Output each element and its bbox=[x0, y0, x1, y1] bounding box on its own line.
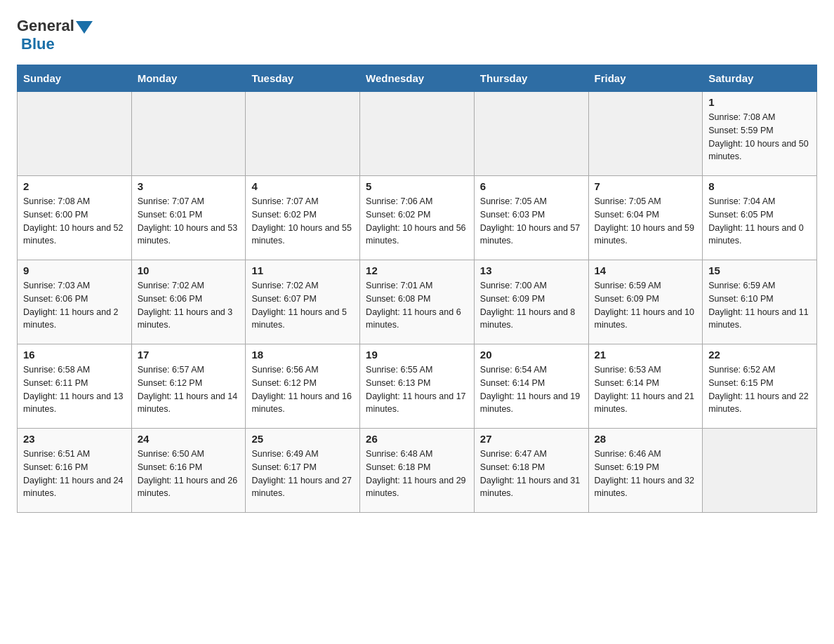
day-info: Sunrise: 7:05 AMSunset: 6:04 PMDaylight:… bbox=[595, 195, 697, 248]
calendar-header: SundayMondayTuesdayWednesdayThursdayFrid… bbox=[18, 65, 817, 92]
day-number: 19 bbox=[366, 349, 468, 361]
logo-blue-text: Blue bbox=[21, 35, 55, 53]
day-info: Sunrise: 7:08 AMSunset: 6:00 PMDaylight:… bbox=[23, 195, 126, 248]
calendar-cell: 28Sunrise: 6:46 AMSunset: 6:19 PMDayligh… bbox=[588, 429, 703, 513]
day-info: Sunrise: 6:55 AMSunset: 6:13 PMDaylight:… bbox=[366, 363, 468, 416]
day-info: Sunrise: 6:59 AMSunset: 6:09 PMDaylight:… bbox=[595, 279, 697, 332]
calendar-cell: 19Sunrise: 6:55 AMSunset: 6:13 PMDayligh… bbox=[360, 344, 475, 429]
day-number: 4 bbox=[251, 180, 354, 192]
calendar-week-row: 16Sunrise: 6:58 AMSunset: 6:11 PMDayligh… bbox=[18, 344, 817, 429]
day-number: 10 bbox=[138, 264, 240, 276]
day-number: 9 bbox=[23, 264, 126, 276]
weekday-header-thursday: Thursday bbox=[474, 65, 588, 92]
page-header: General Blue bbox=[17, 17, 817, 53]
calendar-cell: 7Sunrise: 7:05 AMSunset: 6:04 PMDaylight… bbox=[588, 176, 703, 260]
weekday-header-row: SundayMondayTuesdayWednesdayThursdayFrid… bbox=[18, 65, 817, 92]
day-info: Sunrise: 6:59 AMSunset: 6:10 PMDaylight:… bbox=[708, 279, 811, 332]
day-number: 11 bbox=[251, 264, 354, 276]
day-info: Sunrise: 7:02 AMSunset: 6:07 PMDaylight:… bbox=[251, 279, 354, 332]
day-number: 12 bbox=[366, 264, 468, 276]
day-number: 6 bbox=[480, 180, 583, 192]
calendar-cell bbox=[474, 92, 588, 176]
day-number: 18 bbox=[251, 349, 354, 361]
calendar-cell: 13Sunrise: 7:00 AMSunset: 6:09 PMDayligh… bbox=[474, 260, 588, 344]
calendar-cell: 17Sunrise: 6:57 AMSunset: 6:12 PMDayligh… bbox=[131, 344, 246, 429]
logo-general-text: General bbox=[17, 17, 74, 35]
day-info: Sunrise: 7:02 AMSunset: 6:06 PMDaylight:… bbox=[138, 279, 240, 332]
weekday-header-tuesday: Tuesday bbox=[246, 65, 360, 92]
day-number: 17 bbox=[138, 349, 240, 361]
calendar-cell: 24Sunrise: 6:50 AMSunset: 6:16 PMDayligh… bbox=[131, 429, 246, 513]
calendar-cell: 22Sunrise: 6:52 AMSunset: 6:15 PMDayligh… bbox=[703, 344, 817, 429]
calendar-cell bbox=[18, 92, 132, 176]
day-info: Sunrise: 6:53 AMSunset: 6:14 PMDaylight:… bbox=[595, 363, 697, 416]
day-info: Sunrise: 6:54 AMSunset: 6:14 PMDaylight:… bbox=[480, 363, 583, 416]
day-info: Sunrise: 7:03 AMSunset: 6:06 PMDaylight:… bbox=[23, 279, 126, 332]
day-info: Sunrise: 6:52 AMSunset: 6:15 PMDaylight:… bbox=[708, 363, 811, 416]
calendar-cell: 18Sunrise: 6:56 AMSunset: 6:12 PMDayligh… bbox=[246, 344, 360, 429]
day-info: Sunrise: 7:00 AMSunset: 6:09 PMDaylight:… bbox=[480, 279, 583, 332]
calendar-cell: 1Sunrise: 7:08 AMSunset: 5:59 PMDaylight… bbox=[703, 92, 817, 176]
calendar-cell: 27Sunrise: 6:47 AMSunset: 6:18 PMDayligh… bbox=[474, 429, 588, 513]
day-number: 22 bbox=[708, 349, 811, 361]
day-number: 3 bbox=[138, 180, 240, 192]
calendar-cell: 12Sunrise: 7:01 AMSunset: 6:08 PMDayligh… bbox=[360, 260, 475, 344]
day-info: Sunrise: 6:49 AMSunset: 6:17 PMDaylight:… bbox=[251, 448, 354, 500]
calendar-cell bbox=[246, 92, 360, 176]
calendar-cell: 3Sunrise: 7:07 AMSunset: 6:01 PMDaylight… bbox=[131, 176, 246, 260]
weekday-header-saturday: Saturday bbox=[703, 65, 817, 92]
day-number: 26 bbox=[366, 433, 468, 445]
day-number: 15 bbox=[708, 264, 811, 276]
calendar-cell: 25Sunrise: 6:49 AMSunset: 6:17 PMDayligh… bbox=[246, 429, 360, 513]
day-info: Sunrise: 6:56 AMSunset: 6:12 PMDaylight:… bbox=[251, 363, 354, 416]
calendar-cell: 16Sunrise: 6:58 AMSunset: 6:11 PMDayligh… bbox=[18, 344, 132, 429]
logo: General Blue bbox=[17, 17, 94, 53]
day-number: 2 bbox=[23, 180, 126, 192]
weekday-header-monday: Monday bbox=[131, 65, 246, 92]
day-number: 14 bbox=[595, 264, 697, 276]
weekday-header-wednesday: Wednesday bbox=[360, 65, 475, 92]
calendar-cell bbox=[703, 429, 817, 513]
day-number: 16 bbox=[23, 349, 126, 361]
day-info: Sunrise: 7:04 AMSunset: 6:05 PMDaylight:… bbox=[708, 195, 811, 248]
calendar-body: 1Sunrise: 7:08 AMSunset: 5:59 PMDaylight… bbox=[18, 92, 817, 513]
day-number: 5 bbox=[366, 180, 468, 192]
day-number: 27 bbox=[480, 433, 583, 445]
calendar-cell bbox=[588, 92, 703, 176]
calendar-cell: 14Sunrise: 6:59 AMSunset: 6:09 PMDayligh… bbox=[588, 260, 703, 344]
calendar-cell: 15Sunrise: 6:59 AMSunset: 6:10 PMDayligh… bbox=[703, 260, 817, 344]
day-number: 25 bbox=[251, 433, 354, 445]
day-info: Sunrise: 6:48 AMSunset: 6:18 PMDaylight:… bbox=[366, 448, 468, 500]
calendar-cell: 6Sunrise: 7:05 AMSunset: 6:03 PMDaylight… bbox=[474, 176, 588, 260]
calendar-week-row: 2Sunrise: 7:08 AMSunset: 6:00 PMDaylight… bbox=[18, 176, 817, 260]
day-info: Sunrise: 7:01 AMSunset: 6:08 PMDaylight:… bbox=[366, 279, 468, 332]
day-number: 24 bbox=[138, 433, 240, 445]
calendar-cell: 20Sunrise: 6:54 AMSunset: 6:14 PMDayligh… bbox=[474, 344, 588, 429]
day-info: Sunrise: 6:46 AMSunset: 6:19 PMDaylight:… bbox=[595, 448, 697, 500]
calendar-week-row: 9Sunrise: 7:03 AMSunset: 6:06 PMDaylight… bbox=[18, 260, 817, 344]
logo-triangle-icon bbox=[76, 21, 93, 34]
day-number: 7 bbox=[595, 180, 697, 192]
day-info: Sunrise: 6:58 AMSunset: 6:11 PMDaylight:… bbox=[23, 363, 126, 416]
calendar-cell: 9Sunrise: 7:03 AMSunset: 6:06 PMDaylight… bbox=[18, 260, 132, 344]
calendar-week-row: 23Sunrise: 6:51 AMSunset: 6:16 PMDayligh… bbox=[18, 429, 817, 513]
calendar-cell: 4Sunrise: 7:07 AMSunset: 6:02 PMDaylight… bbox=[246, 176, 360, 260]
calendar-cell bbox=[131, 92, 246, 176]
day-info: Sunrise: 7:07 AMSunset: 6:01 PMDaylight:… bbox=[138, 195, 240, 248]
day-info: Sunrise: 7:05 AMSunset: 6:03 PMDaylight:… bbox=[480, 195, 583, 248]
calendar-cell: 5Sunrise: 7:06 AMSunset: 6:02 PMDaylight… bbox=[360, 176, 475, 260]
weekday-header-sunday: Sunday bbox=[18, 65, 132, 92]
day-info: Sunrise: 6:50 AMSunset: 6:16 PMDaylight:… bbox=[138, 448, 240, 500]
weekday-header-friday: Friday bbox=[588, 65, 703, 92]
day-number: 13 bbox=[480, 264, 583, 276]
calendar-week-row: 1Sunrise: 7:08 AMSunset: 5:59 PMDaylight… bbox=[18, 92, 817, 176]
day-info: Sunrise: 7:08 AMSunset: 5:59 PMDaylight:… bbox=[708, 111, 811, 163]
calendar-table: SundayMondayTuesdayWednesdayThursdayFrid… bbox=[17, 65, 817, 513]
calendar-cell: 23Sunrise: 6:51 AMSunset: 6:16 PMDayligh… bbox=[18, 429, 132, 513]
day-info: Sunrise: 6:57 AMSunset: 6:12 PMDaylight:… bbox=[138, 363, 240, 416]
calendar-cell: 11Sunrise: 7:02 AMSunset: 6:07 PMDayligh… bbox=[246, 260, 360, 344]
day-info: Sunrise: 7:06 AMSunset: 6:02 PMDaylight:… bbox=[366, 195, 468, 248]
day-info: Sunrise: 6:51 AMSunset: 6:16 PMDaylight:… bbox=[23, 448, 126, 500]
day-info: Sunrise: 7:07 AMSunset: 6:02 PMDaylight:… bbox=[251, 195, 354, 248]
day-number: 21 bbox=[595, 349, 697, 361]
